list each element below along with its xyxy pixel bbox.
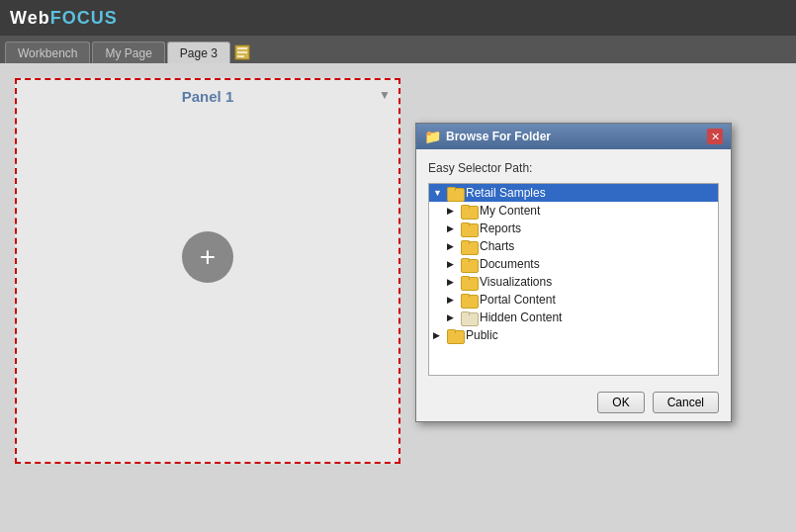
- expand-arrow-reports[interactable]: ▶: [447, 223, 461, 233]
- folder-tree[interactable]: ▼Retail Samples▶My Content▶Reports▶Chart…: [428, 183, 719, 376]
- expand-arrow-charts[interactable]: ▶: [447, 241, 461, 251]
- main-content: Panel 1 ▼ + 📁 Browse For Folder ✕ Easy S…: [0, 63, 796, 532]
- expand-arrow-visualizations[interactable]: ▶: [447, 277, 461, 287]
- panel-1-title: Panel 1: [182, 88, 234, 105]
- expand-arrow-retail-samples[interactable]: ▼: [433, 188, 447, 198]
- folder-icon-visualizations: [461, 276, 477, 289]
- easy-selector-label: Easy Selector Path:: [428, 161, 719, 175]
- svg-rect-2: [237, 51, 247, 53]
- tree-label-my-content: My Content: [480, 204, 540, 218]
- app-logo: WebFOCUS: [10, 8, 118, 29]
- dialog-titlebar: 📁 Browse For Folder ✕: [416, 124, 731, 149]
- tree-item-public[interactable]: ▶Public: [429, 326, 718, 344]
- tree-label-public: Public: [466, 328, 498, 342]
- tab-my-page[interactable]: My Page: [92, 42, 164, 63]
- svg-rect-1: [237, 47, 247, 49]
- panel-1-add-button[interactable]: +: [182, 231, 233, 283]
- tree-item-reports[interactable]: ▶Reports: [429, 220, 718, 237]
- expand-arrow-hidden-content[interactable]: ▶: [447, 312, 461, 322]
- dialog-folder-icon: 📁: [424, 129, 441, 144]
- tree-item-portal-content[interactable]: ▶Portal Content: [429, 291, 718, 309]
- expand-arrow-portal-content[interactable]: ▶: [447, 295, 461, 305]
- tab-workbench[interactable]: Workbench: [5, 42, 90, 63]
- tree-label-charts: Charts: [480, 239, 514, 253]
- browse-for-folder-dialog: 📁 Browse For Folder ✕ Easy Selector Path…: [415, 123, 732, 422]
- folder-icon-my-content: [461, 205, 477, 218]
- tab-icon[interactable]: [232, 42, 252, 63]
- panel-1: Panel 1 ▼ +: [15, 78, 400, 464]
- tree-label-portal-content: Portal Content: [480, 293, 556, 307]
- ok-button[interactable]: OK: [597, 392, 644, 413]
- tab-page-3[interactable]: Page 3: [167, 42, 230, 63]
- folder-icon-charts: [461, 240, 477, 253]
- folder-icon-retail-samples: [447, 187, 463, 200]
- tree-label-visualizations: Visualizations: [480, 275, 552, 289]
- folder-icon-portal-content: [461, 294, 477, 307]
- panel-1-title-bar: Panel 1 ▼: [17, 80, 398, 113]
- tree-label-reports: Reports: [480, 222, 521, 235]
- tree-item-hidden-content[interactable]: ▶Hidden Content: [429, 309, 718, 326]
- expand-arrow-my-content[interactable]: ▶: [447, 206, 461, 216]
- dialog-title-left: 📁 Browse For Folder: [424, 129, 551, 144]
- top-bar: WebFOCUS: [0, 0, 796, 36]
- expand-arrow-documents[interactable]: ▶: [447, 259, 461, 269]
- add-icon: +: [200, 243, 216, 271]
- tree-item-my-content[interactable]: ▶My Content: [429, 202, 718, 220]
- folder-icon-hidden-content: [461, 311, 477, 324]
- dialog-title-text: Browse For Folder: [446, 130, 551, 143]
- folder-icon-reports: [461, 222, 477, 235]
- dialog-close-button[interactable]: ✕: [707, 129, 723, 144]
- svg-rect-3: [237, 55, 244, 57]
- tree-item-charts[interactable]: ▶Charts: [429, 237, 718, 255]
- tree-label-documents: Documents: [480, 257, 540, 271]
- panel-1-dropdown-arrow[interactable]: ▼: [379, 88, 391, 102]
- dialog-footer: OK Cancel: [416, 384, 731, 421]
- folder-icon-public: [447, 329, 463, 342]
- dialog-body: Easy Selector Path: ▼Retail Samples▶My C…: [416, 149, 731, 384]
- tree-item-visualizations[interactable]: ▶Visualizations: [429, 273, 718, 291]
- expand-arrow-public[interactable]: ▶: [433, 330, 447, 340]
- tree-item-retail-samples[interactable]: ▼Retail Samples: [429, 184, 718, 202]
- tree-label-retail-samples: Retail Samples: [466, 186, 546, 200]
- tree-label-hidden-content: Hidden Content: [480, 310, 562, 324]
- folder-icon-documents: [461, 258, 477, 271]
- logo-focus: FOCUS: [50, 8, 118, 28]
- tree-item-documents[interactable]: ▶Documents: [429, 255, 718, 273]
- tab-bar: Workbench My Page Page 3: [0, 36, 796, 63]
- logo-web: Web: [10, 8, 50, 28]
- cancel-button[interactable]: Cancel: [653, 392, 719, 413]
